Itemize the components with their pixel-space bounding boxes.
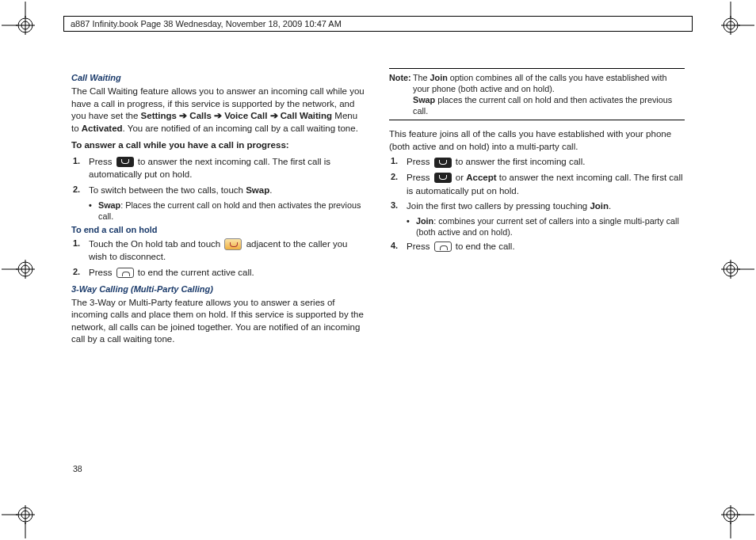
steps-multiparty-end: 4.Press to end the call. <box>389 240 685 253</box>
para-3way: The 3-Way or Multi-Party feature allows … <box>71 297 367 346</box>
step-1b: 1.Touch the On hold tab and touch adjace… <box>71 238 367 264</box>
heading-end-hold: To end a call on hold <box>71 225 367 234</box>
lead-answer-call: To answer a call while you have a call i… <box>71 139 367 152</box>
page-number: 38 <box>73 464 82 473</box>
end-call-orange-icon <box>224 238 242 250</box>
step-2b: 2.Press to end the current active call. <box>71 266 367 280</box>
send-key-icon <box>116 157 134 167</box>
left-column: Call Waiting The Call Waiting feature al… <box>71 68 367 492</box>
step-1: 1.Press to answer the next incoming call… <box>71 155 367 181</box>
para-feature-joins: This feature joins all of the calls you … <box>389 128 685 153</box>
send-key-icon <box>434 173 452 183</box>
heading-3way: 3-Way Calling (Multi-Party Calling) <box>71 284 367 294</box>
mp-step-3: 3.Join the first two callers by pressing… <box>389 200 685 213</box>
para-call-waiting: The Call Waiting feature allows you to a… <box>71 86 367 135</box>
steps-answer-call: 1.Press to answer the next incoming call… <box>71 155 367 197</box>
steps-end-hold: 1.Touch the On hold tab and touch adjace… <box>71 238 367 280</box>
bullet-join: •Join: combines your current set of call… <box>407 215 685 238</box>
book-header: a887 Infinity.book Page 38 Wednesday, No… <box>63 16 693 32</box>
steps-multiparty: 1.Press to answer the first incoming cal… <box>389 155 685 213</box>
note-label: Note: <box>389 72 413 116</box>
end-key-icon <box>116 268 134 278</box>
mp-step-4: 4.Press to end the call. <box>389 240 685 253</box>
header-text: a887 Infinity.book Page 38 Wednesday, No… <box>71 19 342 29</box>
mp-step-2: 2.Press or Accept to answer the next inc… <box>389 171 685 197</box>
mp-step-1: 1.Press to answer the first incoming cal… <box>389 155 685 169</box>
send-key-icon <box>434 158 452 168</box>
right-column: Note: The Join option combines all of th… <box>389 68 685 492</box>
heading-call-waiting: Call Waiting <box>71 73 367 82</box>
note-box: Note: The Join option combines all of th… <box>389 68 685 120</box>
page-content: Call Waiting The Call Waiting feature al… <box>71 68 685 492</box>
end-key-icon <box>434 241 452 252</box>
bullet-swap: •Swap: Places the current call on hold a… <box>89 200 367 222</box>
step-2: 2.To switch between the two calls, touch… <box>71 184 367 197</box>
